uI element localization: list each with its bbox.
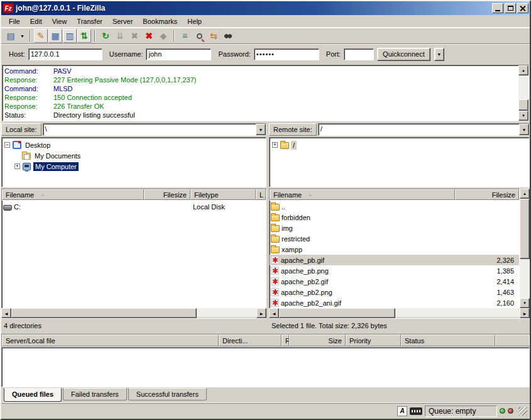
column-header-filesize[interactable]: Filesize	[144, 189, 190, 200]
tree-item-my-documents[interactable]: My Documents	[22, 150, 266, 161]
column-header-server-local-file[interactable]: Server/Local file	[2, 334, 219, 346]
scroll-left-button[interactable]: ◀	[269, 308, 279, 318]
site-manager-button[interactable]: ▤	[4, 29, 18, 43]
titlebar[interactable]: Fz john@127.0.0.1 - FileZilla	[1, 1, 530, 15]
refresh-button[interactable]: ↻	[99, 29, 112, 43]
menu-help[interactable]: Help	[182, 16, 207, 26]
menu-view[interactable]: View	[47, 16, 72, 26]
queue-body[interactable]	[1, 347, 530, 387]
scroll-down-button[interactable]: ▼	[518, 111, 528, 121]
directory-comparison-button[interactable]: ≡	[178, 29, 192, 43]
close-button[interactable]	[517, 3, 528, 13]
scroll-track[interactable]	[395, 308, 520, 318]
remote-site-combobox[interactable]: / ▼	[318, 123, 530, 136]
site-manager-dropdown-button[interactable]: ▼	[18, 29, 26, 43]
tab-failed-transfers[interactable]: Failed transfers	[63, 388, 127, 401]
queue-header: Server/Local file Directi... Remote file…	[1, 334, 530, 347]
expand-icon[interactable]: +	[272, 142, 278, 148]
password-input[interactable]	[254, 48, 319, 60]
file-row[interactable]: restricted	[270, 233, 519, 244]
port-input[interactable]	[344, 48, 374, 60]
scroll-track[interactable]	[518, 75, 528, 99]
toggle-log-view-button[interactable]: ✎	[34, 29, 48, 43]
tab-successful-transfers[interactable]: Successful transfers	[128, 388, 207, 401]
toggle-remote-tree-button[interactable]: ▥	[63, 29, 77, 43]
collapse-icon[interactable]: −	[4, 142, 10, 148]
menu-bookmarks[interactable]: Bookmarks	[138, 16, 182, 26]
file-row[interactable]: apache_pb2.gif2,414	[270, 276, 519, 287]
remote-horizontal-scrollbar[interactable]: ◀ ▶	[269, 308, 530, 318]
column-header-last-modified[interactable]: L	[256, 189, 266, 200]
scroll-track[interactable]	[197, 308, 256, 318]
host-input[interactable]	[28, 48, 102, 60]
folder-icon	[271, 236, 280, 243]
file-size: 2,414	[456, 278, 519, 285]
column-header-filename[interactable]: Filename▲	[2, 189, 144, 200]
scroll-up-button[interactable]: ▲	[520, 189, 530, 199]
column-header-status[interactable]: Status	[401, 334, 495, 346]
column-header-filetype[interactable]: Filetype	[190, 189, 256, 200]
menu-file[interactable]: File	[4, 16, 25, 26]
scroll-down-button[interactable]: ▼	[520, 298, 530, 308]
quickconnect-button[interactable]: Quickconnect	[377, 48, 430, 61]
disconnect-icon: ✖	[145, 31, 153, 40]
file-row[interactable]: img	[270, 223, 519, 233]
toolbar-separator	[94, 30, 96, 41]
scroll-right-button[interactable]: ▶	[520, 308, 530, 318]
column-header-filename[interactable]: Filename▲	[270, 189, 455, 200]
file-row-c-drive[interactable]: C: Local Disk	[2, 201, 266, 212]
image-file-icon	[271, 299, 279, 307]
column-header-priority[interactable]: Priority	[346, 334, 401, 346]
file-row[interactable]: forbidden	[270, 212, 519, 223]
scroll-right-button[interactable]: ▶	[256, 308, 266, 318]
scroll-thumb[interactable]	[11, 308, 197, 318]
tree-item-root[interactable]: + /	[272, 140, 529, 150]
column-header-size[interactable]: Size	[289, 334, 346, 346]
scroll-up-button[interactable]: ▲	[518, 65, 528, 75]
menu-edit[interactable]: Edit	[25, 16, 47, 26]
scroll-thumb[interactable]	[520, 199, 530, 259]
resize-grip[interactable]	[518, 407, 527, 416]
file-row[interactable]: xampp	[270, 244, 519, 255]
username-input[interactable]	[146, 48, 211, 60]
toggle-queue-view-button[interactable]: ⇅	[77, 29, 91, 43]
column-header-filesize[interactable]: Filesize	[455, 189, 519, 200]
site-manager-icon: ▤	[6, 31, 14, 40]
scroll-thumb[interactable]	[518, 99, 528, 111]
toggle-local-tree-button[interactable]: ▦	[48, 29, 62, 43]
column-header-remote-file[interactable]: Remote file	[282, 334, 289, 346]
remote-site-dropdown-button[interactable]: ▼	[519, 124, 529, 135]
file-row[interactable]: apache_pb.png1,385	[270, 265, 519, 276]
process-queue-icon: ⇊	[116, 31, 124, 40]
file-name: restricted	[282, 235, 310, 243]
file-row[interactable]: ..	[270, 201, 519, 212]
find-files-button[interactable]	[221, 29, 235, 43]
menu-transfer[interactable]: Transfer	[72, 16, 107, 26]
port-label: Port:	[326, 50, 341, 58]
local-site-combobox[interactable]: \ ▼	[43, 123, 266, 136]
maximize-button[interactable]	[505, 3, 516, 13]
expand-icon[interactable]: +	[14, 163, 20, 169]
menu-server[interactable]: Server	[107, 16, 138, 26]
tree-item-desktop[interactable]: − Desktop	[4, 140, 266, 150]
local-site-dropdown-button[interactable]: ▼	[256, 124, 266, 135]
file-search-button[interactable]	[192, 29, 206, 43]
file-panes: Local site: \ ▼ − Desktop My Documents +	[1, 123, 530, 332]
folder-icon	[271, 214, 280, 221]
scroll-track[interactable]	[520, 259, 530, 298]
local-horizontal-scrollbar[interactable]: ◀ ▶	[1, 308, 266, 318]
synchronized-browsing-button[interactable]: ⇆	[207, 29, 221, 43]
tab-queued-files[interactable]: Queued files	[4, 388, 62, 402]
file-row-selected[interactable]: apache_pb.gif2,326	[270, 255, 519, 265]
disconnect-button[interactable]: ✖	[142, 29, 156, 43]
quickconnect-dropdown-button[interactable]: ▼	[434, 48, 444, 61]
remote-vertical-scrollbar[interactable]: ▲ ▼	[520, 189, 530, 308]
log-vertical-scrollbar[interactable]: ▲ ▼	[518, 65, 528, 121]
file-row[interactable]: apache_pb2_ani.gif2,160	[270, 297, 519, 308]
scroll-left-button[interactable]: ◀	[1, 308, 11, 318]
scroll-thumb[interactable]	[279, 308, 395, 318]
file-row[interactable]: apache_pb2.png1,463	[270, 287, 519, 297]
tree-item-my-computer[interactable]: + My Computer	[14, 161, 266, 172]
minimize-button[interactable]	[492, 3, 503, 13]
column-header-direction[interactable]: Directi...	[219, 334, 282, 346]
